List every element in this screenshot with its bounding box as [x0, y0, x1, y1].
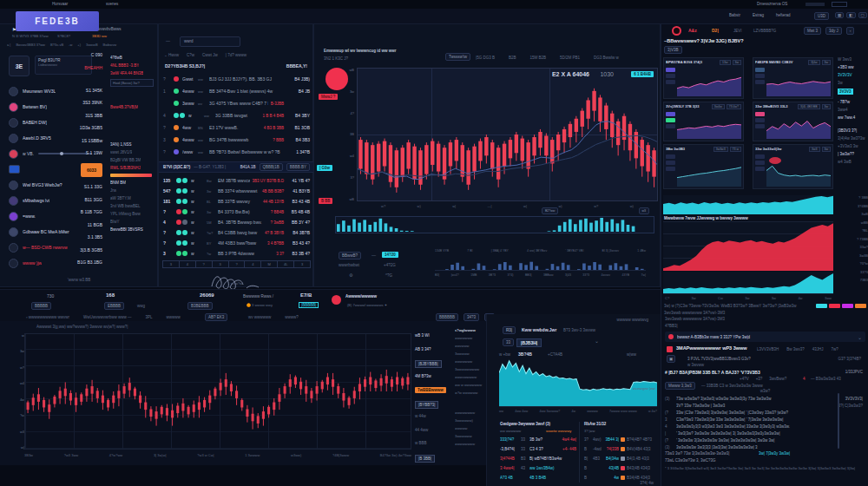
strip-chip[interactable]: 3dy J — [825, 27, 842, 35]
strip-item[interactable]: LZVBBBB?G — [753, 29, 776, 33]
collapse-handle[interactable]: — — [166, 38, 170, 43]
toolbar-row2-item[interactable]: wwwww — [167, 315, 181, 319]
menu-item-right[interactable]: Dmessznerva OS — [757, 2, 787, 6]
side-list-item[interactable]: w?w wwwwww — [455, 391, 484, 398]
stat-chip[interactable]: BBBBB — [31, 302, 51, 310]
toolbar-chip[interactable]: BBBBBB — [436, 313, 458, 321]
footer-bar-chart[interactable] — [435, 257, 646, 271]
watchlist-row[interactable]: ? w BY 4M 43B3 bww?bww 3 4 B?BB B3 43 4? — [159, 238, 314, 248]
mini-chart-panel[interactable]: 3Bw 3w3B33w3w373 w — [663, 144, 744, 189]
watchlist-row[interactable]: 4 w ww 3G 33BB twvgwt 1 B B 4 B4B B4 3BY — [159, 109, 314, 122]
candlestick-chart[interactable]: E2 X A 64046 1030 6 1 B4HB — [357, 68, 658, 201]
alert-chip[interactable]: MwwJ ? — [319, 94, 338, 100]
meta-item[interactable]: 5D/2M PB1 — [560, 56, 580, 60]
watchlist-row[interactable]: ? w 3w B4 33?3 Bw.Bw) ? BB4B B5 4B 4B — [159, 207, 314, 217]
table-row[interactable]: 3? 4wv) 3B44 3| B?4|4B? 4B?3 — [584, 435, 659, 444]
mini-chart-panel[interactable]: F4E3FB M4VB3 C3B3V3|4w3w — [753, 57, 833, 99]
mini-chart-panel[interactable]: 33w 3MwB3V3 33L33|4L 4B3 BB3w — [753, 102, 833, 141]
meta-item[interactable]: B2B — [509, 56, 516, 60]
right-chip[interactable]: 3)V3B — [664, 46, 682, 54]
filter-item[interactable]: -w — [69, 43, 72, 47]
mini-chart-panel[interactable]: 3Vs|3W3LY 37B 3|333w4w73 4w? — [663, 102, 744, 141]
area-band-mid[interactable] — [663, 221, 833, 271]
watchlist-filter[interactable]: Cwwt Jw — [202, 53, 218, 57]
search-tab-input[interactable]: wwrd — [180, 36, 240, 47]
cyan-chip[interactable]: |BBBBB| — [299, 302, 319, 308]
page-button[interactable]: 4L — [278, 261, 294, 267]
feed-tab[interactable]: 43JHJ — [812, 347, 824, 351]
news-item[interactable]: | ' 3w3|3w? 3w3w3w 3w3w3w3w| 3| 3w3w3w3|… — [665, 430, 863, 437]
side-list-item[interactable]: wwwwwwww — [455, 410, 484, 418]
toolbar-row2-item[interactable]: 3PL — [146, 315, 153, 319]
side-list-item[interactable]: wwvwww — [455, 344, 484, 351]
page-button[interactable]: ? — [196, 261, 213, 267]
meta-item[interactable]: 15M B2B — [529, 56, 546, 60]
news-item[interactable]: (3) 3w3w3w3w 3w3|3|3 |3w3|3w| 3w3w3w3w3w… — [665, 443, 863, 450]
menu-item[interactable]: Horsvaar — [52, 2, 68, 6]
filter-item[interactable]: B?3v-vB — [50, 43, 63, 47]
feed-tab[interactable]: 7w? — [832, 347, 838, 351]
toolbar-box[interactable]: AB? EK3 — [205, 313, 227, 321]
toolbar-chip[interactable]: 34?3 — [464, 313, 479, 321]
page-button[interactable]: 3 — [213, 261, 229, 267]
strip-chip[interactable]: Mwt 3 — [804, 27, 821, 35]
page-button[interactable]: 3 — [163, 261, 180, 267]
scrollbar[interactable] — [838, 393, 839, 449]
side-list-item[interactable]: wwwww — [455, 426, 484, 434]
table-row[interactable]: -3,B4?4| 33 C3 4 3? +4- 44B — [500, 444, 576, 454]
strip-chip[interactable]: ▫ — [846, 27, 855, 35]
table-row[interactable]: 333|?4? 33 3B 3w? 4w4 4w| — [500, 435, 576, 444]
watchlist-row[interactable]: 3 4www ww BG 34?B bwwwwwb ? BBB B4 3B3 — [159, 134, 314, 146]
mini-chart-panel[interactable]: BPW37BA B3V4 3?4|313w3w — [663, 57, 744, 99]
footer-chip2[interactable]: 14?20 — [382, 252, 398, 258]
table-row[interactable]: 3|4?44B B3 B| wB?4BYB3w4w — [500, 454, 576, 463]
side-list-item[interactable] — [455, 398, 484, 410]
footer-link[interactable]: 73w3 3w? 73w 3|3w3w3w3w-3w3w3| — [665, 451, 729, 456]
side-list-item[interactable]: wwwvwwwww — [455, 375, 484, 383]
strip-red-label[interactable]: A&z — [688, 28, 697, 33]
watchlist-row[interactable]: ? w ?w? B4 C3BB bwvg bww 4? B 3BYB B4 3B… — [159, 227, 314, 238]
footer-link-cyan[interactable]: 3w| 7|3w3y 3w3w| — [759, 451, 790, 456]
table-row[interactable]: 3 4ww4| 43 ww 1wv3B4w) — [500, 463, 576, 473]
strip-orange-label[interactable]: D2| — [712, 28, 719, 33]
currency-selector[interactable]: U3D — [814, 12, 829, 20]
stat-chip[interactable]: B3BEBBB — [187, 302, 213, 310]
filter-item[interactable]: a | — [7, 43, 10, 47]
symbol-badge[interactable]: 3E — [9, 56, 30, 76]
nav-item[interactable]: hefterad — [776, 13, 791, 17]
news-item[interactable]: (3) 73w w3w3w? 3|w3w3| w3w3w 3w3w3|3y 73… — [665, 395, 863, 402]
page-button[interactable]: M — [261, 261, 278, 267]
footer-chip1[interactable]: BBwwB? — [339, 252, 361, 259]
side-list-item[interactable]: 3wwwww — [455, 351, 484, 359]
mini-chart-panel[interactable]: 33w 3w33w3|3w3w33w — [753, 144, 833, 189]
stat-chip[interactable]: EBBBB — [104, 302, 124, 310]
nav-item[interactable]: Estrag — [753, 13, 764, 17]
watchlist-row[interactable]: ? 4ww BN E3 1?V wwwB. 4 B3 B 3BB B1 3OB — [159, 122, 314, 134]
side-list-item[interactable]: 3wwwwwwwww — [455, 367, 484, 375]
chevron-down-icon[interactable]: ⌄ — [595, 338, 599, 344]
rsi-chip[interactable]: R3| — [503, 326, 516, 334]
news-item[interactable]: 4 3w3w3w3y3|3 w3|3w3 3w3 3w3w3w3w| 33w3w… — [665, 423, 863, 430]
table-row[interactable]: A?3 4B 4B 3 B4B — [500, 473, 576, 483]
bottom-candlestick-chart[interactable] — [24, 333, 411, 450]
side-list-item[interactable]: wwwwwww — [455, 336, 484, 344]
side-list-item[interactable]: 3wwwwww — [455, 434, 484, 442]
side-list-item[interactable]: s?wglwwww — [455, 328, 484, 336]
page-button[interactable]: 3 — [294, 261, 310, 267]
volume-strip[interactable] — [335, 216, 654, 233]
meta-item[interactable]: DG3 Bwwlw w — [594, 56, 619, 60]
toolbar-row2-item[interactable]: WwUwvwwvwrbww www — — [83, 315, 132, 319]
filter-item[interactable]: Bwbwvw — [103, 43, 117, 47]
news-headline-bar[interactable]: bwwwz A-B3Bb3w mww 3 33J? YPw 3w|d ⌄ — [665, 332, 865, 342]
side-list-item[interactable]: ww w wwwwwww — [455, 383, 484, 391]
area-band-top[interactable] — [663, 195, 833, 214]
brand-logo[interactable]: FEDE3B — [16, 11, 99, 31]
meta-item[interactable]: |5G DG3 B — [476, 56, 495, 60]
feed-tab[interactable]: Bw 3wv3? — [786, 347, 805, 351]
news-item[interactable]: (? ' 3w3w3w 3|3w3w3w3w 3w3w| 3w3w3w3w3w|… — [665, 437, 863, 443]
watchlist-row[interactable]: ? Gwwt ww BJ3 GJ 3JJ BJJY?). BB. 3B3 GJ … — [159, 73, 314, 85]
watchlist-row[interactable]: 135 w Bw EM 3B?B wwvcw 3B3 UY B3?B B.D 4… — [159, 175, 314, 186]
feed-chip[interactable]: ▣ — [667, 355, 675, 363]
value-box[interactable]: |BJB3H| — [516, 338, 542, 347]
side-list-item[interactable]: wwwwwww — [455, 359, 484, 367]
